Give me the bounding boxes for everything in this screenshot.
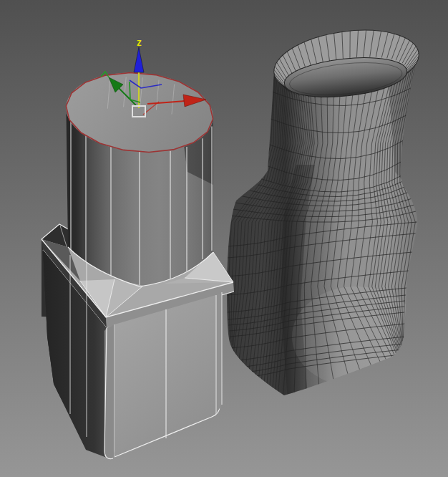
z-axis-label: Z — [137, 39, 142, 48]
lowpoly-model[interactable] — [42, 67, 234, 459]
scene-svg[interactable]: Z — [0, 0, 448, 477]
viewport-3d[interactable]: Z — [0, 0, 448, 477]
